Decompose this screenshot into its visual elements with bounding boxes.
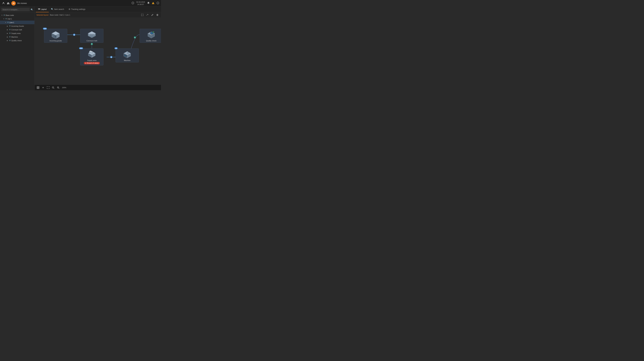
svg-text:?: ?: [132, 2, 133, 4]
svg-rect-14: [56, 36, 57, 37]
svg-text:i: i: [158, 2, 158, 4]
node-icon-quality-check: ⚙: [9, 40, 11, 42]
label-hall1: Hall 1: [8, 18, 12, 20]
edit-button[interactable]: [150, 13, 154, 17]
conn-dot-supply-machine: ▶: [110, 56, 112, 58]
svg-rect-19: [89, 34, 94, 35]
sidebar-item-incoming-goods[interactable]: ▶ ⚙ Incoming Goods: [0, 24, 34, 28]
bottom-toolbar: 100%: [34, 84, 161, 90]
search-input[interactable]: [1, 8, 30, 11]
label-machine: Machine: [11, 36, 18, 38]
zoom-out-button[interactable]: [51, 86, 55, 90]
layout-tools: [140, 13, 159, 17]
node-supply-area[interactable]: 203 Supply area: [80, 48, 104, 66]
label-quality-check: Quality check: [11, 40, 22, 42]
tab-layout-label: Layout: [41, 8, 46, 10]
arrow-incoming-goods: ▶: [7, 25, 8, 27]
label-node-conveyor-belt: Conveyor belt: [86, 40, 97, 42]
svg-rect-42: [37, 86, 39, 89]
node-img-conveyor-belt: [87, 30, 96, 39]
alert-icon[interactable]: !: [152, 2, 154, 5]
node-conveyor-belt[interactable]: Conveyor belt: [80, 29, 104, 43]
node-img-machine: [122, 50, 132, 58]
arrow-line1: ▼: [5, 22, 6, 23]
search-icon: 🔍: [31, 8, 33, 11]
arrow-hall1: ▼: [3, 18, 5, 20]
pin-button[interactable]: [146, 13, 149, 17]
conn-dot-incoming-conveyor: ▶: [73, 34, 75, 36]
expand-button[interactable]: [46, 86, 50, 90]
badge-incoming-goods: 123: [43, 28, 47, 30]
sidebar-search-bar: 🔍: [0, 6, 34, 13]
label-node-quality-check: Quality check: [146, 40, 156, 42]
node-icon-machine: ⚙: [9, 36, 11, 38]
zoom-level: 100%: [62, 87, 66, 88]
sidebar-item-machine[interactable]: ▶ ⚙ Machine: [0, 35, 34, 39]
node-quality-check[interactable]: Quality check: [140, 29, 161, 43]
map-button[interactable]: [36, 86, 40, 90]
node-icon-hall1: ⚙: [5, 18, 7, 20]
sidebar-item-hall1[interactable]: ▼ ⚙ Hall 1: [0, 17, 34, 20]
item-search-tab-icon: 🔍: [51, 8, 54, 10]
help-icon[interactable]: ?: [132, 2, 134, 5]
node-img-incoming-goods: [51, 30, 60, 39]
layout-header: Selected layout: Base node / Hall 1 / Li…: [34, 12, 161, 18]
svg-rect-34: [127, 52, 129, 54]
node-machine[interactable]: 15 Machin: [116, 48, 139, 62]
tab-tracking-settings-label: Tracking settings: [71, 8, 85, 10]
label-line1: Line 1: [10, 22, 14, 24]
svg-line-49: [59, 88, 59, 89]
tabs-bar: 🗺 Layout 🔍 Item search ⚙ Tracking settin…: [34, 6, 161, 12]
home-icon[interactable]: [6, 2, 10, 5]
svg-text:!: !: [153, 3, 154, 4]
arrow-quality-check: ▶: [7, 40, 8, 41]
node-icon-supply-area: ⚙: [9, 32, 11, 34]
error-text-supply-area: Breach of rule(s): [87, 62, 98, 64]
svg-line-45: [54, 88, 54, 89]
avatar: JD: [11, 1, 16, 6]
content-area: 🗺 Layout 🔍 Item search ⚙ Tracking settin…: [34, 6, 161, 90]
delete-button[interactable]: [156, 13, 159, 17]
sidebar: 🔍 ▼ ⚙ Base node ▼ ⚙ Hall 1 ▼ ⚙ Line 1 ▶ …: [0, 6, 34, 90]
svg-rect-41: [152, 34, 152, 35]
badge-machine: 15: [114, 47, 118, 49]
layout-tab-icon: 🗺: [38, 8, 40, 10]
breadcrumb-path: Base node / Hall 1 / Line 1: [50, 14, 70, 16]
svg-rect-40: [152, 32, 154, 32]
sidebar-item-conveyer-belt[interactable]: ▶ ⚙ Conveyer belt: [0, 28, 34, 32]
main: 🔍 ▼ ⚙ Base node ▼ ⚙ Hall 1 ▼ ⚙ Line 1 ▶ …: [0, 6, 161, 90]
conn-dot-machine-quality: ▲: [134, 36, 136, 38]
notifications-icon[interactable]: [147, 2, 150, 5]
topbar: JD ifm moneo ? 02.04.2019 14:30:57 ! i: [0, 0, 161, 6]
label-conveyer-belt: Conveyer belt: [11, 29, 22, 31]
info-icon[interactable]: i: [156, 2, 159, 5]
zoom-in-button[interactable]: [56, 86, 60, 90]
arrow-supply-area: ▶: [7, 32, 8, 34]
datetime: 02.04.2019 14:30:57: [136, 1, 145, 6]
tab-layout[interactable]: 🗺 Layout: [36, 6, 49, 12]
app-name: ifm moneo: [17, 2, 130, 4]
breadcrumb-label: Selected layout:: [36, 14, 49, 16]
badge-supply-area: 203: [79, 47, 83, 49]
svg-rect-13: [55, 36, 56, 38]
tab-item-search[interactable]: 🔍 Item search: [49, 6, 66, 12]
error-icon: ⊘: [85, 62, 86, 64]
cross-button[interactable]: [41, 86, 45, 90]
sidebar-item-supply-area[interactable]: ▶ ⚙ Supply area: [0, 32, 34, 35]
sidebar-item-line1[interactable]: ▼ ⚙ Line 1: [0, 20, 34, 24]
tab-tracking-settings[interactable]: ⚙ Tracking settings: [66, 6, 88, 12]
node-incoming-goods[interactable]: 123 Incoming goods: [44, 29, 67, 43]
topbar-right: ? 02.04.2019 14:30:57 ! i: [132, 1, 159, 6]
layout-canvas: ▶ ▼ ▶ ▲ 123: [34, 18, 161, 84]
node-icon-line1: ⚙: [7, 22, 9, 24]
node-icon-incoming-goods: ⚙: [9, 25, 11, 27]
node-icon-base-node: ⚙: [4, 14, 5, 16]
user-icon[interactable]: [2, 2, 5, 5]
label-node-machine: Machine: [124, 60, 130, 61]
node-img-quality-check: [146, 30, 156, 39]
arrow-conveyer-belt: ▶: [7, 29, 8, 30]
fullscreen-button[interactable]: [140, 13, 144, 17]
svg-rect-32: [125, 55, 126, 56]
sidebar-item-base-node[interactable]: ▼ ⚙ Base node: [0, 13, 34, 17]
sidebar-item-quality-check[interactable]: ▶ ⚙ Quality check: [0, 39, 34, 42]
